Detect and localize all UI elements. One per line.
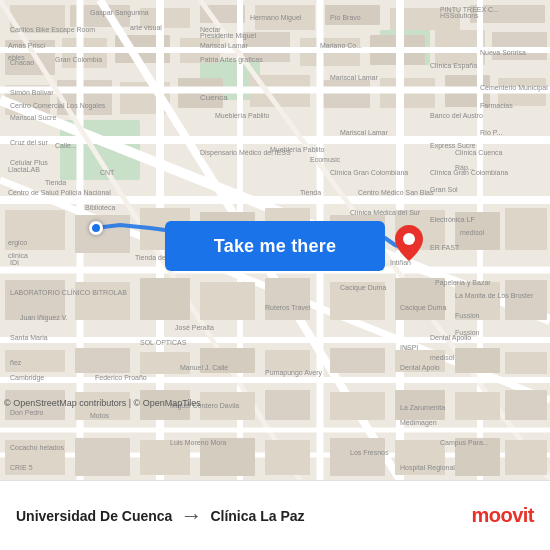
svg-text:Don Pedro: Don Pedro — [10, 409, 44, 416]
svg-text:Santa Maria: Santa Maria — [10, 334, 48, 341]
origin-name: Universidad De Cuenca — [16, 508, 172, 524]
svg-text:Biblioteca: Biblioteca — [85, 204, 115, 211]
svg-text:ñez: ñez — [10, 359, 22, 366]
svg-text:Cacique Duma: Cacique Duma — [340, 284, 386, 292]
svg-text:Ecomusic: Ecomusic — [310, 156, 341, 163]
svg-text:Clínica Cuenca: Clínica Cuenca — [455, 149, 503, 156]
svg-text:Pumapungo Avery: Pumapungo Avery — [265, 369, 323, 377]
svg-text:HSSolutions: HSSolutions — [440, 12, 479, 19]
svg-text:La Manita de Los Broster: La Manita de Los Broster — [455, 292, 534, 299]
svg-text:Dispensario Médico del IESS: Dispensario Médico del IESS — [200, 149, 291, 157]
map-container: Gaspar Sangurima Presidente Miguel Pío B… — [0, 0, 550, 480]
svg-text:La Zarumenita: La Zarumenita — [400, 404, 445, 411]
svg-rect-23 — [57, 80, 112, 115]
svg-text:Hospital Regional: Hospital Regional — [400, 464, 455, 472]
svg-text:Mueblería Pablito: Mueblería Pablito — [215, 112, 270, 119]
svg-text:SOL OPTICAS: SOL OPTICAS — [140, 339, 187, 346]
svg-text:clínica: clínica — [8, 252, 28, 259]
svg-text:Banco del Austro: Banco del Austro — [430, 112, 483, 119]
svg-text:ergico: ergico — [8, 239, 27, 247]
svg-text:Cuenca: Cuenca — [200, 93, 228, 102]
svg-text:Clínica Gran Colombiana: Clínica Gran Colombiana — [330, 169, 408, 176]
svg-rect-68 — [505, 280, 547, 320]
destination-marker — [395, 225, 423, 265]
svg-text:Río P...: Río P... — [480, 129, 502, 136]
svg-text:Nueva Sonrisa: Nueva Sonrisa — [480, 49, 526, 56]
svg-text:arte visual: arte visual — [130, 24, 162, 31]
svg-text:ebles: ebles — [8, 54, 25, 61]
svg-text:Electrónica LF: Electrónica LF — [430, 216, 475, 223]
svg-rect-63 — [200, 282, 255, 320]
moovit-logo: moovit — [471, 504, 534, 527]
svg-text:Campus Para...: Campus Para... — [440, 439, 489, 447]
svg-rect-64 — [265, 278, 310, 320]
svg-rect-76 — [455, 348, 500, 373]
svg-text:Pío Bravo: Pío Bravo — [330, 14, 361, 21]
svg-rect-77 — [505, 352, 547, 374]
svg-rect-82 — [265, 390, 310, 420]
svg-text:Simón Bolívar: Simón Bolívar — [10, 89, 54, 96]
svg-text:Presidente Miguel: Presidente Miguel — [200, 32, 256, 40]
svg-text:ER FAST: ER FAST — [430, 244, 460, 251]
svg-text:Celular Plus: Celular Plus — [10, 159, 48, 166]
svg-text:Amas Prisci: Amas Prisci — [8, 42, 45, 49]
svg-text:Cacique Duma: Cacique Duma — [400, 304, 446, 312]
svg-text:Mariscal Lamar: Mariscal Lamar — [340, 129, 389, 136]
svg-text:Gran Colombia: Gran Colombia — [55, 56, 102, 63]
svg-text:Centro de Salud Policía Nacion: Centro de Salud Policía Nacional — [8, 189, 111, 196]
svg-text:Fussion: Fussion — [455, 312, 480, 319]
svg-text:medisol: medisol — [430, 354, 455, 361]
moovit-brand-text: moovit — [471, 504, 534, 527]
svg-text:medisol: medisol — [460, 229, 485, 236]
route-origin: Universidad De Cuenca — [16, 508, 172, 524]
svg-text:Nectar: Nectar — [200, 26, 221, 33]
svg-text:Luis Moreno Mora: Luis Moreno Mora — [170, 439, 227, 446]
bottom-bar: Universidad De Cuenca → Clínica La Paz m… — [0, 480, 550, 550]
svg-text:Clínica España: Clínica España — [430, 62, 477, 70]
svg-rect-92 — [330, 438, 385, 476]
svg-rect-86 — [505, 390, 547, 420]
svg-text:Farmacias: Farmacias — [480, 102, 513, 109]
svg-text:Papelería y Bazar: Papelería y Bazar — [435, 279, 491, 287]
map-copyright: © OpenStreetMap contributors | © OpenMap… — [4, 398, 201, 408]
svg-text:Cementerio Municipal: Cementerio Municipal — [480, 84, 548, 92]
route-destination: Clínica La Paz — [210, 508, 304, 524]
svg-text:Tienda: Tienda — [45, 179, 66, 186]
svg-text:Federico Proaño: Federico Proaño — [95, 374, 147, 381]
svg-text:Medimagen: Medimagen — [400, 419, 437, 427]
svg-text:Fussion: Fussion — [455, 329, 480, 336]
svg-text:CNT: CNT — [100, 169, 115, 176]
svg-text:LlactaLAB: LlactaLAB — [8, 166, 40, 173]
svg-text:Gaspar Sangurima: Gaspar Sangurima — [90, 9, 149, 17]
svg-text:Ruteros Travel: Ruteros Travel — [265, 304, 311, 311]
svg-text:Juan Iñiguez V.: Juan Iñiguez V. — [20, 314, 68, 322]
svg-text:Patria Artes graficas: Patria Artes graficas — [200, 56, 263, 64]
svg-text:Cruz del sur: Cruz del sur — [10, 139, 48, 146]
route-arrow-icon: → — [180, 503, 202, 529]
svg-text:Gran Sol: Gran Sol — [430, 186, 458, 193]
svg-text:Clínica Médica del Sur: Clínica Médica del Sur — [350, 209, 421, 216]
svg-text:Cocacho helados: Cocacho helados — [10, 444, 65, 451]
svg-rect-83 — [330, 392, 385, 420]
svg-rect-62 — [140, 278, 190, 320]
svg-rect-88 — [75, 438, 130, 476]
svg-rect-59 — [505, 208, 547, 250]
svg-text:IDI: IDI — [10, 259, 19, 266]
svg-text:Centro Médico San Blas: Centro Médico San Blas — [358, 189, 434, 196]
svg-text:Mariano Co...: Mariano Co... — [320, 42, 362, 49]
svg-text:Cambridge: Cambridge — [10, 374, 44, 382]
svg-text:Carlitos Bike Escape Room: Carlitos Bike Escape Room — [10, 26, 95, 34]
svg-text:Mariscal Lamar: Mariscal Lamar — [200, 42, 249, 49]
svg-text:CRIE 5: CRIE 5 — [10, 464, 33, 471]
take-me-there-button[interactable]: Take me there — [165, 221, 385, 271]
svg-point-188 — [403, 233, 415, 245]
svg-text:Motos: Motos — [90, 412, 110, 419]
svg-rect-61 — [75, 282, 130, 320]
svg-rect-70 — [75, 348, 130, 373]
svg-text:Ráp...: Ráp... — [455, 164, 474, 172]
svg-rect-52 — [75, 215, 130, 253]
svg-text:Mariscal Sucre: Mariscal Sucre — [10, 114, 56, 121]
svg-rect-91 — [265, 440, 310, 475]
svg-text:Mariscal Lamar: Mariscal Lamar — [330, 74, 379, 81]
svg-text:Calle...: Calle... — [55, 142, 77, 149]
